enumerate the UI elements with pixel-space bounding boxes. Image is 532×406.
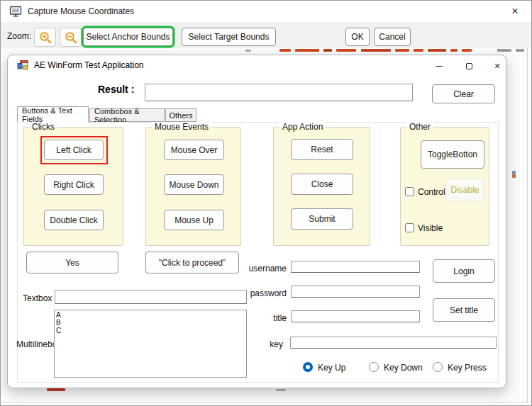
window-title: Capture Mouse Coordinates	[28, 6, 134, 16]
key-up-label: Key Up	[318, 363, 345, 373]
minimize-icon	[436, 66, 443, 67]
group-other-title: Other	[406, 122, 433, 132]
group-app-action: App Action Reset Close Submit	[273, 127, 370, 246]
red-highlight-annotation	[40, 136, 108, 164]
title-label: title	[248, 313, 287, 323]
group-app-action-title: App Action	[279, 122, 326, 132]
background-artifact	[245, 50, 251, 52]
key-up-radio[interactable]	[303, 362, 313, 372]
mouse-down-button[interactable]: Mouse Down	[164, 174, 224, 195]
close-icon[interactable]: ×	[506, 4, 524, 19]
monitor-icon	[9, 5, 22, 18]
background-artifact	[295, 49, 319, 52]
right-click-button[interactable]: Right Click	[44, 174, 104, 195]
key-label: key	[244, 339, 283, 349]
password-label: password	[248, 288, 287, 298]
background-window-edge-bottom	[2, 402, 528, 403]
background-artifact	[428, 49, 446, 52]
zoom-label: Zoom:	[7, 31, 31, 41]
group-mouse-events-title: Mouse Events	[152, 122, 211, 132]
visible-checkbox-label: Visible	[418, 223, 443, 233]
background-artifact	[450, 49, 458, 52]
disable-button: Disable	[445, 179, 484, 201]
yes-button[interactable]: Yes	[26, 252, 118, 274]
toggle-button[interactable]: ToggleBotton	[421, 140, 484, 169]
capture-mouse-coordinates-window: Capture Mouse Coordinates × Zoom: Select…	[0, 0, 532, 406]
zoom-out-button[interactable]	[60, 28, 82, 47]
key-down-label: Key Down	[384, 363, 423, 373]
background-artifact	[497, 49, 511, 52]
background-artifact	[276, 389, 286, 391]
background-artifact	[462, 49, 472, 52]
close-button[interactable]: Close	[291, 174, 353, 195]
visible-checkbox[interactable]	[405, 223, 414, 232]
outer-titlebar: Capture Mouse Coordinates ×	[1, 1, 531, 22]
clear-button[interactable]: Clear	[432, 84, 495, 103]
username-label: username	[248, 264, 287, 274]
key-down-radio[interactable]	[369, 362, 379, 372]
winform-app-icon	[17, 60, 28, 71]
group-clicks-title: Clicks	[29, 122, 57, 132]
background-artifact	[516, 49, 524, 52]
submit-button[interactable]: Submit	[291, 208, 353, 230]
background-artifact	[323, 49, 332, 52]
mouse-over-button[interactable]: Mouse Over	[164, 140, 224, 160]
click-to-proceed-button[interactable]: "Click to proceed"	[145, 252, 239, 274]
zoom-in-button[interactable]	[34, 28, 56, 47]
title-input[interactable]	[291, 310, 420, 322]
toolbar: Zoom: Select Anchor Bounds Select Target…	[1, 22, 531, 48]
app-window-title: AE WinForm Test Application	[34, 60, 144, 70]
background-artifact	[512, 174, 516, 178]
select-target-bounds-button[interactable]: Select Target Bounds	[182, 28, 276, 46]
password-input[interactable]	[291, 286, 420, 298]
cancel-button[interactable]: Cancel	[374, 28, 411, 46]
background-artifact	[414, 49, 423, 52]
double-click-button[interactable]: Double Click	[44, 210, 104, 230]
key-press-radio[interactable]	[433, 362, 443, 372]
maximize-icon	[466, 63, 472, 69]
key-press-label: Key Press	[448, 363, 487, 373]
tab-combobox-selection[interactable]: Combobox & Selection	[89, 108, 165, 122]
background-artifact	[361, 49, 391, 52]
background-artifact	[47, 388, 65, 391]
app-close-button[interactable]: ×	[488, 58, 506, 74]
ok-button[interactable]: OK	[345, 28, 370, 46]
group-other: Other ToggleBotton Control Disable Visib…	[400, 127, 489, 246]
result-label: Result :	[98, 84, 134, 95]
background-artifact	[395, 49, 409, 52]
control-checkbox-label: Control	[418, 187, 445, 197]
textbox-label: Textbox	[23, 293, 52, 303]
login-button[interactable]: Login	[433, 259, 495, 283]
minimize-button[interactable]	[430, 58, 448, 74]
username-input[interactable]	[291, 261, 420, 273]
set-title-button[interactable]: Set title	[433, 298, 495, 322]
zoom-out-icon	[64, 30, 78, 45]
key-input[interactable]	[290, 337, 497, 349]
zoom-in-icon	[38, 30, 52, 45]
result-input[interactable]	[145, 84, 413, 101]
select-anchor-bounds-button[interactable]: Select Anchor Bounds	[83, 28, 173, 46]
tab-others[interactable]: Others	[165, 108, 196, 122]
group-mouse-events: Mouse Events Mouse Over Mouse Down Mouse…	[145, 127, 241, 246]
background-window-edge	[527, 48, 528, 402]
reset-button[interactable]: Reset	[291, 139, 353, 160]
textbox-input[interactable]	[55, 290, 247, 304]
app-window: AE WinForm Test Application × Result : C…	[7, 55, 506, 388]
group-clicks: Clicks Left Click Right Click Double Cli…	[23, 127, 123, 246]
background-artifact	[336, 49, 356, 52]
multilinebox-input[interactable]: A B C	[54, 310, 247, 378]
control-checkbox[interactable]	[405, 187, 414, 196]
maximize-button[interactable]	[460, 58, 478, 74]
mouse-up-button[interactable]: Mouse Up	[164, 210, 224, 230]
background-artifact	[279, 49, 291, 52]
tab-buttons-text-fields[interactable]: Buttons & Text Fields	[17, 106, 89, 123]
